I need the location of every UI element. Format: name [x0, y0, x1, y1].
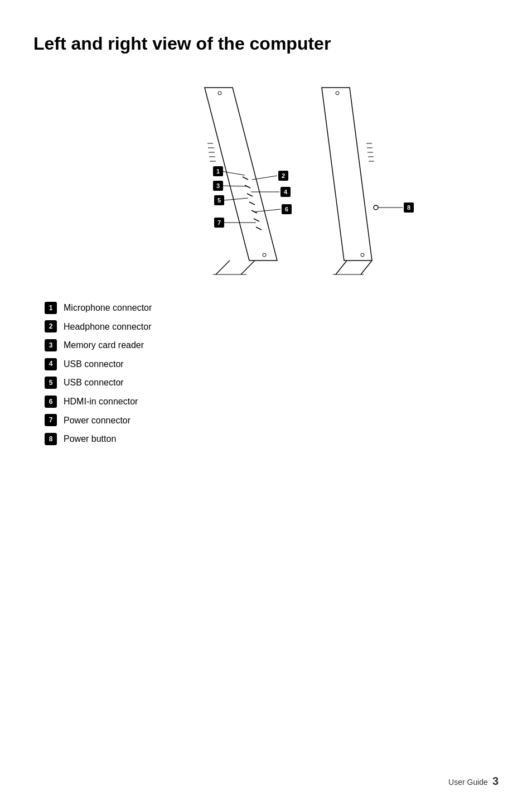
svg-text:7: 7	[217, 219, 221, 226]
svg-point-29	[374, 205, 378, 210]
legend-label: USB connector	[64, 356, 124, 373]
footer-label: User Guide	[448, 778, 488, 787]
footer-page: 3	[492, 775, 499, 787]
legend-item-1: 1Microphone connector	[45, 300, 499, 316]
legend-list: 1Microphone connector2Headphone connecto…	[45, 300, 499, 447]
legend-badge: 1	[45, 302, 57, 314]
svg-text:2: 2	[282, 172, 285, 179]
legend-badge: 3	[45, 339, 57, 351]
legend-label: HDMI-in connector	[64, 393, 138, 410]
svg-text:6: 6	[285, 206, 288, 213]
svg-text:5: 5	[217, 197, 221, 204]
legend-item-4: 4USB connector	[45, 356, 499, 373]
svg-marker-18	[322, 88, 372, 261]
legend-item-2: 2Headphone connector	[45, 319, 499, 335]
legend-badge: 8	[45, 433, 57, 445]
legend-label: Power button	[64, 431, 116, 447]
footer: User Guide3	[444, 775, 499, 788]
legend-label: Power connector	[64, 412, 130, 429]
svg-line-2	[241, 261, 255, 274]
legend-item-7: 7Power connector	[45, 412, 499, 429]
legend-badge: 2	[45, 320, 57, 332]
legend-label: Memory card reader	[64, 337, 144, 354]
page-title: Left and right view of the computer	[33, 33, 499, 54]
svg-text:3: 3	[216, 182, 220, 189]
svg-line-1	[216, 261, 230, 274]
svg-text:8: 8	[407, 204, 410, 211]
legend-item-6: 6HDMI-in connector	[45, 393, 499, 410]
legend-item-5: 5USB connector	[45, 374, 499, 391]
computer-diagram: 1 2 3 4 5 6 7 8	[104, 76, 428, 277]
legend-label: Headphone connector	[64, 319, 151, 335]
legend-badge: 5	[45, 377, 57, 389]
diagram-area: 1 2 3 4 5 6 7 8	[33, 71, 499, 283]
legend-badge: 7	[45, 414, 57, 426]
legend-label: Microphone connector	[64, 300, 152, 316]
legend-item-3: 3Memory card reader	[45, 337, 499, 354]
svg-line-20	[361, 261, 372, 274]
svg-line-19	[336, 261, 347, 274]
legend-label: USB connector	[64, 374, 124, 391]
legend-badge: 6	[45, 396, 57, 408]
svg-text:1: 1	[216, 168, 220, 175]
svg-text:4: 4	[284, 189, 288, 195]
legend-badge: 4	[45, 358, 57, 370]
legend-item-8: 8Power button	[45, 431, 499, 447]
